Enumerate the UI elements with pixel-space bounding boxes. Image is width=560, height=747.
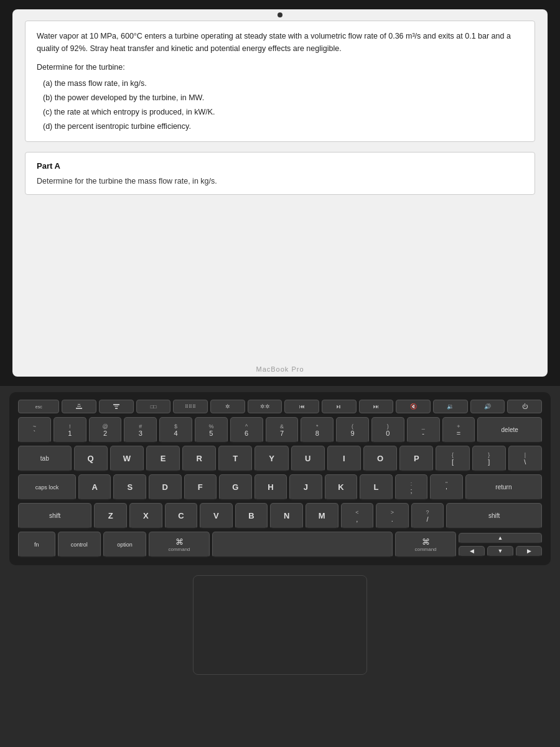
qwerty-row: tab Q W E R T Y U I O P {[ }] |\: [18, 446, 542, 472]
rbracket-key[interactable]: }]: [472, 446, 506, 472]
arrow-down-key[interactable]: ▼: [487, 546, 513, 557]
i-key[interactable]: I: [327, 446, 361, 472]
s-key[interactable]: S: [113, 474, 146, 500]
3-key[interactable]: #3: [124, 417, 157, 443]
fn-key[interactable]: fn: [18, 532, 55, 558]
comma-key[interactable]: <,: [341, 503, 374, 529]
d-key[interactable]: D: [149, 474, 182, 500]
part-a-task: Determine for the turbine the mass flow …: [37, 177, 523, 186]
left-option-key[interactable]: option: [103, 532, 146, 558]
screen-bezel: Water vapor at 10 MPa, 600°C enters a tu…: [12, 9, 548, 377]
power-key[interactable]: ⏻: [507, 400, 542, 413]
delete-key[interactable]: delete: [477, 417, 542, 443]
t-key[interactable]: T: [218, 446, 252, 472]
semicolon-key[interactable]: :;: [395, 474, 428, 500]
keyboard-container: esc □□ ⠿⠿⠿ ✲ ✲✲ ⏮ ⏯ ⏭ 🔇 🔉 🔊 ⏻ ~` !1 @2 #…: [9, 392, 551, 565]
space-key[interactable]: [212, 532, 393, 558]
asdf-row: caps lock A S D F G H J K L :; "' return: [18, 474, 542, 500]
left-shift-key[interactable]: shift: [18, 503, 91, 529]
problem-box: Water vapor at 10 MPa, 600°C enters a tu…: [25, 21, 535, 142]
part-b-text: (b) the power developed by the turbine, …: [43, 92, 523, 104]
svg-rect-4: [114, 406, 118, 406]
lbracket-key[interactable]: {[: [436, 446, 469, 472]
arrow-up-key[interactable]: ▲: [459, 533, 542, 544]
2-key[interactable]: @2: [89, 417, 122, 443]
0-key[interactable]: )0: [371, 417, 404, 443]
slash-key[interactable]: ?/: [411, 503, 444, 529]
j-key[interactable]: J: [289, 474, 322, 500]
tab-key[interactable]: tab: [18, 446, 72, 472]
z-key[interactable]: Z: [94, 503, 127, 529]
g-key[interactable]: G: [219, 474, 252, 500]
l-key[interactable]: L: [360, 474, 393, 500]
5-key[interactable]: %5: [195, 417, 228, 443]
f1-key[interactable]: [62, 400, 96, 413]
f6-key[interactable]: ✲✲: [248, 400, 282, 413]
touchpad-area: [193, 575, 367, 675]
f10-key[interactable]: 🔇: [396, 400, 431, 413]
svg-rect-2: [78, 404, 80, 405]
f12-key[interactable]: 🔊: [470, 400, 505, 413]
f4-key[interactable]: ⠿⠿⠿: [173, 400, 208, 413]
8-key[interactable]: *8: [301, 417, 334, 443]
f2-key[interactable]: [99, 400, 134, 413]
return-key[interactable]: return: [465, 474, 542, 500]
f7-key[interactable]: ⏮: [284, 400, 319, 413]
zxcv-row: shift Z X C V B N M <, >. ?/ shift: [18, 503, 542, 529]
k-key[interactable]: K: [325, 474, 358, 500]
equals-key[interactable]: +=: [442, 417, 475, 443]
number-row: ~` !1 @2 #3 $4 %5 ^6 &7 *8 (9 )0 _- += d…: [18, 417, 542, 443]
part-a-label: Part A: [37, 161, 523, 171]
right-command-key[interactable]: ⌘ command: [395, 532, 456, 558]
6-key[interactable]: ^6: [230, 417, 263, 443]
part-a-text: (a) the mass flow rate, in kg/s.: [43, 77, 523, 90]
f-key[interactable]: F: [184, 474, 217, 500]
right-shift-key[interactable]: shift: [446, 503, 542, 529]
r-key[interactable]: R: [182, 446, 216, 472]
esc-key[interactable]: esc: [18, 400, 59, 413]
part-section: Part A Determine for the turbine the mas…: [25, 152, 535, 195]
touchpad[interactable]: [193, 575, 367, 675]
bottom-row: fn control option ⌘ command ⌘ command ▲: [18, 532, 542, 558]
a-key[interactable]: A: [78, 474, 111, 500]
backslash-key[interactable]: |\: [508, 446, 542, 472]
f9-key[interactable]: ⏭: [359, 400, 394, 413]
problem-text: Water vapor at 10 MPa, 600°C enters a tu…: [37, 30, 523, 55]
f8-key[interactable]: ⏯: [322, 400, 357, 413]
y-key[interactable]: Y: [254, 446, 288, 472]
e-key[interactable]: E: [146, 446, 180, 472]
keyboard-area: esc □□ ⠿⠿⠿ ✲ ✲✲ ⏮ ⏯ ⏭ 🔇 🔉 🔊 ⏻ ~` !1 @2 #…: [0, 386, 560, 747]
m-key[interactable]: M: [306, 503, 338, 529]
arrow-right-key[interactable]: ▶: [516, 546, 542, 557]
u-key[interactable]: U: [291, 446, 325, 472]
v-key[interactable]: V: [200, 503, 233, 529]
macbook-label: MacBook Pro: [256, 365, 304, 373]
f3-key[interactable]: □□: [136, 400, 171, 413]
c-key[interactable]: C: [165, 503, 198, 529]
x-key[interactable]: X: [129, 503, 162, 529]
ctrl-key[interactable]: control: [58, 532, 101, 558]
h-key[interactable]: H: [254, 474, 287, 500]
backtick-key[interactable]: ~`: [18, 417, 51, 443]
q-key[interactable]: Q: [74, 446, 108, 472]
minus-key[interactable]: _-: [407, 417, 440, 443]
svg-rect-1: [77, 406, 81, 406]
b-key[interactable]: B: [235, 503, 268, 529]
9-key[interactable]: (9: [336, 417, 369, 443]
screen-content: Water vapor at 10 MPa, 600°C enters a tu…: [12, 9, 548, 377]
p-key[interactable]: P: [399, 446, 433, 472]
arrow-left-key[interactable]: ◀: [459, 546, 485, 557]
caps-lock-key[interactable]: caps lock: [18, 474, 76, 500]
n-key[interactable]: N: [270, 503, 303, 529]
period-key[interactable]: >.: [376, 503, 409, 529]
quote-key[interactable]: "': [430, 474, 463, 500]
1-key[interactable]: !1: [54, 417, 86, 443]
o-key[interactable]: O: [363, 446, 397, 472]
part-c-text: (c) the rate at which entropy is produce…: [43, 106, 523, 118]
7-key[interactable]: &7: [266, 417, 299, 443]
f5-key[interactable]: ✲: [210, 400, 245, 413]
w-key[interactable]: W: [110, 446, 144, 472]
left-command-key[interactable]: ⌘ command: [149, 532, 210, 558]
4-key[interactable]: $4: [159, 417, 192, 443]
f11-key[interactable]: 🔉: [433, 400, 468, 413]
